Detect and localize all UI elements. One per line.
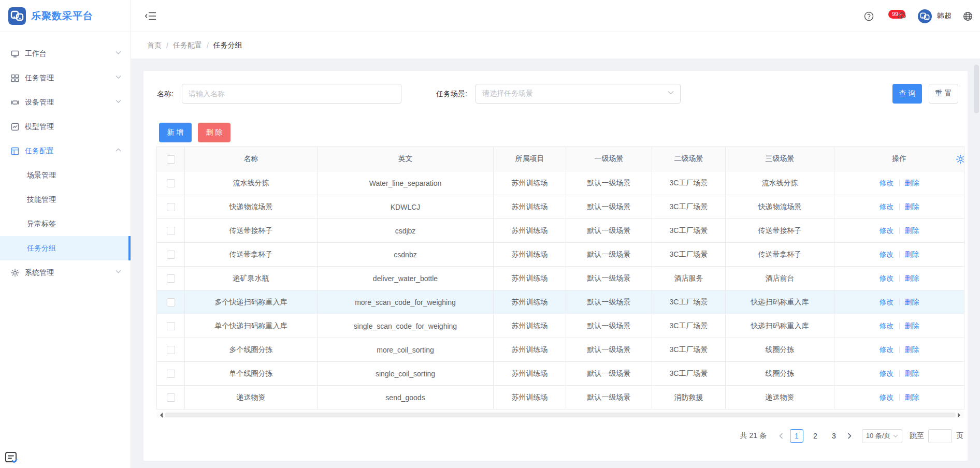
main-area: 99+ 韩超 首页 / — [131, 0, 980, 468]
row-checkbox[interactable] — [167, 274, 175, 283]
page-size-select[interactable]: 10 条/页 — [862, 429, 902, 443]
sidebar-item-scene-management[interactable]: 场景管理 — [0, 163, 131, 187]
sidebar-item-workbench[interactable]: 工作台 — [0, 41, 131, 66]
row-checkbox[interactable] — [167, 298, 175, 306]
add-button[interactable]: 新 增 — [159, 123, 192, 142]
device-icon — [11, 98, 19, 107]
jump-to-label: 跳至 — [910, 431, 924, 441]
edit-link[interactable]: 修改 — [880, 202, 894, 211]
page-number-2[interactable]: 2 — [809, 429, 822, 443]
horizontal-scrollbar[interactable] — [156, 412, 964, 418]
delete-link[interactable]: 删除 — [905, 226, 919, 235]
row-checkbox[interactable] — [167, 179, 175, 187]
sidebar-item-task-group[interactable]: 任务分组 — [0, 236, 131, 260]
table-row: 快递物流场景KDWLCJ苏州训练场默认一级场景3C工厂场景快递物流场景修改删除 — [157, 195, 964, 219]
help-icon[interactable] — [864, 11, 874, 21]
row-select-cell — [157, 219, 185, 243]
select-all-checkbox[interactable] — [167, 155, 175, 164]
breadcrumb-task-config[interactable]: 任务配置 — [173, 41, 202, 50]
edit-link[interactable]: 修改 — [880, 369, 894, 377]
column-header-actions: 操作 — [834, 147, 964, 171]
delete-button[interactable]: 删 除 — [198, 123, 230, 142]
edit-link[interactable]: 修改 — [880, 250, 894, 258]
sidebar-item-task-config[interactable]: 任务配置 — [0, 139, 131, 163]
globe-icon[interactable] — [963, 11, 973, 21]
cloud-download-icon[interactable] — [897, 11, 906, 21]
scroll-right-arrow-icon[interactable] — [958, 413, 963, 418]
next-page-button[interactable] — [843, 430, 856, 442]
cell-name: 多个线圈分拣 — [185, 338, 318, 362]
sidebar-item-system-management[interactable]: 系统管理 — [0, 260, 131, 285]
cell-english: deliver_water_bottle — [318, 267, 494, 290]
delete-link[interactable]: 删除 — [905, 202, 919, 211]
table-header-row: 名称 英文 所属项目 一级场景 二级场景 三级场景 操作 — [157, 147, 964, 171]
vertical-scrollbar-thumb[interactable] — [974, 65, 979, 113]
cell-actions: 修改删除 — [834, 267, 964, 290]
delete-link[interactable]: 删除 — [905, 321, 919, 330]
edit-link[interactable]: 修改 — [880, 226, 894, 235]
delete-link[interactable]: 删除 — [905, 369, 919, 377]
sidebar-item-device-management[interactable]: 设备管理 — [0, 90, 131, 114]
content-card: 名称: 任务场景: 请选择任务场景 查 询 重 置 新 增 删 除 — [143, 71, 968, 461]
scene-filter-select[interactable]: 请选择任务场景 — [475, 84, 681, 104]
row-checkbox[interactable] — [167, 203, 175, 211]
cell-scene1: 默认一级场景 — [566, 219, 652, 243]
name-filter-input[interactable] — [182, 84, 401, 104]
cell-actions: 修改删除 — [834, 195, 964, 219]
jump-to-page-input[interactable] — [928, 429, 952, 443]
sidebar-item-task-management[interactable]: 任务管理 — [0, 66, 131, 90]
chevron-down-icon — [116, 270, 121, 275]
search-button[interactable]: 查 询 — [892, 84, 922, 104]
action-divider — [899, 203, 900, 210]
cell-name: 递送物资 — [185, 386, 318, 410]
sidebar-item-abnormal-label[interactable]: 异常标签 — [0, 212, 131, 236]
reset-button[interactable]: 重 置 — [929, 84, 958, 104]
edit-link[interactable]: 修改 — [880, 179, 894, 187]
cell-scene2: 3C工厂场景 — [652, 314, 726, 338]
delete-link[interactable]: 删除 — [905, 345, 919, 354]
edit-link[interactable]: 修改 — [880, 274, 894, 282]
column-header-english: 英文 — [318, 147, 494, 171]
edit-link[interactable]: 修改 — [880, 298, 894, 306]
scroll-left-arrow-icon[interactable] — [157, 413, 163, 418]
action-divider — [899, 370, 900, 377]
feedback-note-icon[interactable] — [4, 450, 19, 465]
delete-link[interactable]: 删除 — [905, 298, 919, 306]
action-divider — [899, 394, 900, 401]
chevron-down-icon — [116, 99, 121, 105]
row-checkbox[interactable] — [167, 370, 175, 378]
table-row: 单个快递扫码称重入库single_scan_code_for_weighing苏… — [157, 314, 964, 338]
sidebar-collapse-icon[interactable] — [145, 11, 156, 21]
breadcrumb: 首页 / 任务配置 / 任务分组 — [131, 32, 980, 58]
page-number-3[interactable]: 3 — [827, 429, 841, 443]
sidebar-item-model-management[interactable]: 模型管理 — [0, 114, 131, 139]
cell-scene2: 3C工厂场景 — [652, 338, 726, 362]
edit-link[interactable]: 修改 — [880, 345, 894, 354]
cell-scene1: 默认一级场景 — [566, 386, 652, 410]
breadcrumb-home[interactable]: 首页 — [147, 41, 162, 50]
cell-actions: 修改删除 — [834, 290, 964, 314]
edit-link[interactable]: 修改 — [880, 321, 894, 330]
row-checkbox[interactable] — [167, 251, 175, 259]
row-checkbox[interactable] — [167, 227, 175, 235]
row-checkbox[interactable] — [167, 346, 175, 354]
row-checkbox[interactable] — [167, 322, 175, 330]
page-number-1[interactable]: 1 — [790, 429, 803, 443]
cell-scene1: 默认一级场景 — [566, 195, 652, 219]
cell-scene2: 消防救援 — [652, 386, 726, 410]
cell-name: 流水线分拣 — [185, 171, 318, 195]
user-name[interactable]: 韩超 — [937, 11, 952, 21]
column-settings-gear-icon[interactable] — [956, 154, 964, 164]
row-checkbox[interactable] — [167, 393, 175, 402]
sidebar-item-label: 模型管理 — [25, 122, 54, 131]
delete-link[interactable]: 删除 — [905, 250, 919, 258]
horizontal-scrollbar-thumb[interactable] — [165, 413, 956, 417]
avatar[interactable] — [918, 9, 932, 23]
prev-page-button[interactable] — [775, 430, 787, 442]
cell-scene1: 默认一级场景 — [566, 243, 652, 267]
delete-link[interactable]: 删除 — [905, 274, 919, 282]
edit-link[interactable]: 修改 — [880, 393, 894, 401]
delete-link[interactable]: 删除 — [905, 393, 919, 401]
sidebar-item-skill-management[interactable]: 技能管理 — [0, 187, 131, 212]
delete-link[interactable]: 删除 — [905, 179, 919, 187]
